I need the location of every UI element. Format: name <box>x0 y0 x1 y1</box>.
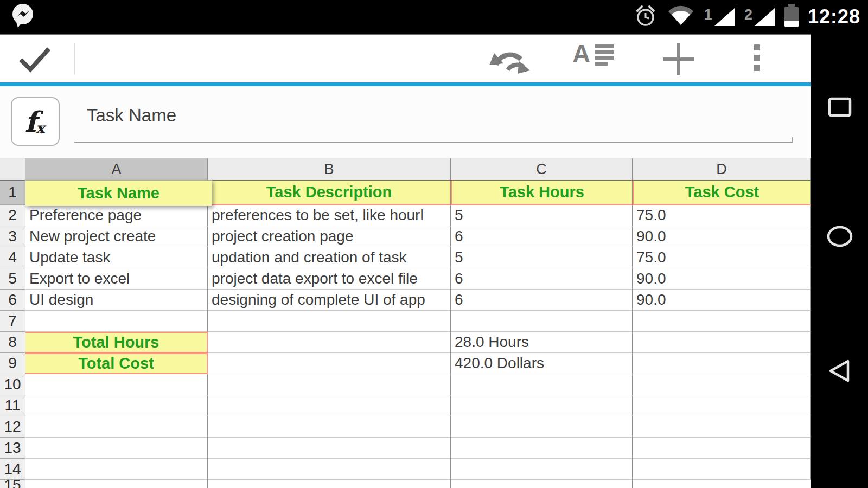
row-header-6[interactable]: 6 <box>0 290 25 311</box>
col-header-a[interactable]: A <box>25 158 208 181</box>
cell-D4[interactable]: 75.0 <box>633 247 811 268</box>
col-header-b[interactable]: B <box>208 158 451 181</box>
cell-B8[interactable] <box>208 332 451 353</box>
cell-C3[interactable]: 6 <box>451 226 633 247</box>
cell-D1[interactable]: Task Cost <box>633 181 811 205</box>
cell-A12[interactable] <box>25 416 208 438</box>
undo-redo-icon[interactable] <box>489 44 531 77</box>
cell-C12[interactable] <box>451 416 633 438</box>
cell-C4[interactable]: 5 <box>451 247 633 268</box>
wifi-icon <box>667 4 695 29</box>
function-fx-button[interactable]: fx <box>11 97 60 146</box>
confirm-check-button[interactable] <box>17 44 52 76</box>
cell-D9[interactable] <box>633 353 811 374</box>
cell-D10[interactable] <box>633 374 811 395</box>
col-header-d[interactable]: D <box>633 158 811 181</box>
row-header-14[interactable]: 14 <box>0 459 25 480</box>
row-header-13[interactable]: 13 <box>0 438 25 459</box>
cell-C15[interactable] <box>451 480 633 488</box>
cell-D12[interactable] <box>633 416 811 438</box>
row-header-7[interactable]: 7 <box>0 311 25 332</box>
cell-A5[interactable]: Export to excel <box>25 268 208 290</box>
cell-D2[interactable]: 75.0 <box>633 205 811 226</box>
cell-B2[interactable]: preferences to be set, like hourl <box>208 205 451 226</box>
cell-A4[interactable]: Update task <box>25 247 208 268</box>
row-header-4[interactable]: 4 <box>0 247 25 268</box>
cell-C5[interactable]: 6 <box>451 268 633 290</box>
toolbar: A <box>0 34 811 82</box>
cell-C9[interactable]: 420.0 Dollars <box>451 353 633 374</box>
cell-B3[interactable]: project creation page <box>208 226 451 247</box>
cell-C2[interactable]: 5 <box>451 205 633 226</box>
cell-D3[interactable]: 90.0 <box>633 226 811 247</box>
home-button[interactable] <box>826 224 853 251</box>
cell-B6[interactable]: designing of complete UI of app <box>208 290 451 311</box>
cell-D14[interactable] <box>633 459 811 480</box>
row-header-8[interactable]: 8 <box>0 332 25 353</box>
cell-A8[interactable]: Total Hours <box>25 332 208 353</box>
sim2-signal-icon: 2 <box>744 8 775 26</box>
cell-A3[interactable]: New project create <box>25 226 208 247</box>
cell-A15[interactable] <box>25 480 208 488</box>
row-header-10[interactable]: 10 <box>0 374 25 395</box>
cell-C11[interactable] <box>451 395 633 416</box>
cell-B13[interactable] <box>208 438 451 459</box>
cell-A13[interactable] <box>25 438 208 459</box>
cell-A9[interactable]: Total Cost <box>25 353 208 374</box>
cell-C7[interactable] <box>451 311 633 332</box>
alarm-icon <box>634 3 658 30</box>
formula-bar: fx Task Name <box>0 86 811 158</box>
cell-B9[interactable] <box>208 353 451 374</box>
cell-C8[interactable]: 28.0 Hours <box>451 332 633 353</box>
cell-C1[interactable]: Task Hours <box>451 181 633 205</box>
cell-A2[interactable]: Preference page <box>25 205 208 226</box>
cell-B12[interactable] <box>208 416 451 438</box>
row-header-9[interactable]: 9 <box>0 353 25 374</box>
cell-C6[interactable]: 6 <box>451 290 633 311</box>
cell-B10[interactable] <box>208 374 451 395</box>
battery-icon <box>784 7 799 27</box>
add-button[interactable] <box>663 43 694 75</box>
cell-A6[interactable]: UI design <box>25 290 208 311</box>
col-header-c[interactable]: C <box>451 158 633 181</box>
row-header-5[interactable]: 5 <box>0 268 25 290</box>
cell-B14[interactable] <box>208 459 451 480</box>
cell-B7[interactable] <box>208 311 451 332</box>
cell-C14[interactable] <box>451 459 633 480</box>
row-header-15[interactable]: 15 <box>0 480 25 488</box>
messenger-notification-icon <box>10 2 36 31</box>
sheet-grid: A B C D 1 Task Name Task Description Tas… <box>0 158 811 488</box>
cell-D5[interactable]: 90.0 <box>633 268 811 290</box>
cell-A11[interactable] <box>25 395 208 416</box>
cell-D6[interactable]: 90.0 <box>633 290 811 311</box>
cell-B11[interactable] <box>208 395 451 416</box>
cell-D15[interactable] <box>633 480 811 488</box>
row-header-1[interactable]: 1 <box>0 181 25 205</box>
cell-D11[interactable] <box>633 395 811 416</box>
cell-D8[interactable] <box>633 332 811 353</box>
status-time: 12:28 <box>808 5 860 28</box>
row-header-11[interactable]: 11 <box>0 395 25 416</box>
cell-A7[interactable] <box>25 311 208 332</box>
cell-A1-selected[interactable]: Task Name <box>25 180 212 206</box>
row-header-2[interactable]: 2 <box>0 205 25 226</box>
recents-button[interactable] <box>827 97 852 120</box>
accent-divider <box>0 82 811 86</box>
formula-input[interactable]: Task Name <box>87 86 176 145</box>
corner-select-all[interactable] <box>0 158 25 181</box>
cell-D13[interactable] <box>633 438 811 459</box>
cell-B5[interactable]: project data export to excel file <box>208 268 451 290</box>
cell-A14[interactable] <box>25 459 208 480</box>
row-header-3[interactable]: 3 <box>0 226 25 247</box>
cell-B1[interactable]: Task Description <box>208 181 451 205</box>
cell-A10[interactable] <box>25 374 208 395</box>
back-button[interactable] <box>828 359 852 384</box>
cell-B15[interactable] <box>208 480 451 488</box>
cell-B4[interactable]: updation and creation of task <box>208 247 451 268</box>
overflow-menu-icon[interactable] <box>754 44 760 71</box>
row-header-12[interactable]: 12 <box>0 416 25 438</box>
text-format-icon[interactable]: A <box>572 41 614 66</box>
cell-C10[interactable] <box>451 374 633 395</box>
cell-C13[interactable] <box>451 438 633 459</box>
cell-D7[interactable] <box>633 311 811 332</box>
